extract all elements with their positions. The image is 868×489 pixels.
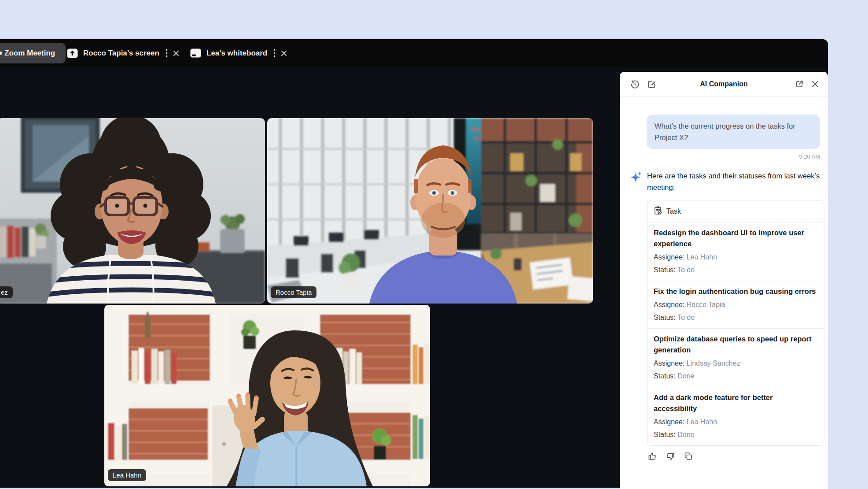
video-tile-lea-hahn[interactable]: Lea Hahn [104,305,430,486]
task-status: Status: To do [654,312,818,322]
status-label: Status: [654,266,676,274]
tab-close-icon[interactable] [281,50,287,56]
user-message-bubble: What’s the current progress on the tasks… [647,115,820,149]
task-title: Redesign the dashboard UI to improve use… [654,227,818,249]
history-icon[interactable] [630,80,640,89]
task-status: Status: To do [654,265,818,275]
task-title: Fix the login authentication bug causing… [654,286,818,297]
participant-name-tag: ez [0,286,13,298]
participant-name-tag: Lea Hahn [108,469,146,481]
tab-rocco-screen[interactable]: Rocco Tapia’s screen [67,43,179,63]
task-row: Redesign the dashboard UI to improve use… [647,222,824,281]
message-timestamp: 9:20 AM [630,153,820,160]
desktop-background: Zoom Meeting Rocco Tapia’s screen Lea’ [0,0,868,489]
task-assignee: Assignee: Lindsay Sanchez [654,358,818,368]
assignee-label: Assignee: [654,253,684,261]
assignee-label: Assignee: [654,301,684,308]
status-label: Status: [654,372,676,380]
task-title: Optimize database queries to speed up re… [654,333,818,356]
tab-lea-whiteboard-label: Lea’s whiteboard [206,49,267,58]
whiteboard-icon [190,48,201,58]
response-feedback-row [647,451,824,462]
assignee-label: Assignee: [654,359,684,367]
new-chat-icon[interactable] [647,80,656,89]
status-value: Done [677,431,694,438]
ai-companion-header: AI Companion [620,72,828,97]
tab-rocco-screen-label: Rocco Tapia’s screen [83,49,159,58]
copy-icon[interactable] [683,451,694,462]
status-value: To do [677,266,695,274]
ai-companion-sparkle-icon [630,171,642,462]
task-row: Optimize database queries to speed up re… [647,328,824,387]
assignee-label: Assignee: [654,418,684,426]
tab-zoom-meeting-label: Zoom Meeting [4,49,55,58]
assignee-value: Rocco Tapia [687,301,725,308]
task-assignee: Assignee: Rocco Tapia [654,300,818,310]
close-panel-icon[interactable] [811,80,819,88]
task-title: Add a dark mode feature for better acces… [654,392,818,414]
clipped-tab-icon [0,52,2,55]
ai-response: Here are the tasks and their statuses fr… [630,170,820,462]
thumbs-down-icon[interactable] [665,451,676,462]
video-tile-rocco-tapia[interactable]: Rocco Tapia [267,118,593,304]
assignee-value: Lea Hahn [687,253,717,261]
task-assignee: Assignee: Lea Hahn [654,417,818,427]
task-row: Add a dark mode feature for better acces… [647,387,824,445]
tab-lea-whiteboard[interactable]: Lea’s whiteboard [190,43,287,63]
video-tile-participant-1[interactable]: ez [0,118,265,304]
task-row: Fix the login authentication bug causing… [647,281,824,328]
ai-companion-panel: AI Companion What’s the current progr [620,72,828,489]
tab-close-icon[interactable] [173,50,179,56]
task-card-header-label: Task [666,207,681,215]
task-card-header: Task [647,200,824,222]
task-card: Task Redesign the dashboard UI to improv… [647,200,824,446]
status-value: Done [677,372,694,380]
participant-name-tag: Rocco Tapia [271,286,316,298]
window-tab-bar: Zoom Meeting Rocco Tapia’s screen Lea’ [0,39,828,67]
assignee-value: Lea Hahn [687,418,717,426]
status-value: To do [677,314,695,321]
thumbs-up-icon[interactable] [647,451,658,462]
screen-share-icon [67,48,78,58]
task-clipboard-icon [654,206,662,217]
tab-options-icon[interactable] [273,49,276,57]
task-status: Status: Done [654,371,818,381]
lea-hahn-video [104,305,430,486]
tab-zoom-meeting[interactable]: Zoom Meeting [0,43,66,63]
ai-chat-body: What’s the current progress on the tasks… [620,97,828,462]
ai-response-text: Here are the tasks and their statuses fr… [647,170,824,193]
participant-1-video [0,118,265,304]
assignee-value: Lindsay Sanchez [687,359,740,367]
status-label: Status: [654,314,676,321]
rocco-tapia-video [267,118,593,304]
status-label: Status: [654,431,676,438]
pop-out-icon[interactable] [795,80,804,89]
task-assignee: Assignee: Lea Hahn [654,252,818,262]
tab-options-icon[interactable] [166,49,168,57]
task-status: Status: Done [654,430,818,440]
